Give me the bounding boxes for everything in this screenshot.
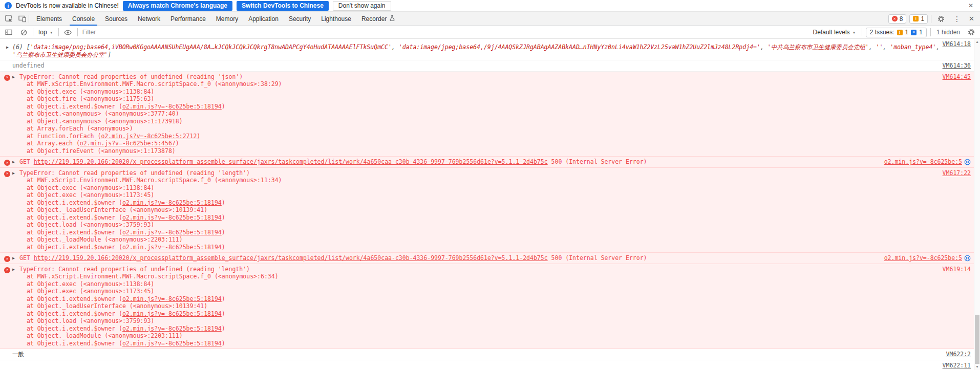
console-message-text: 一般 xyxy=(12,351,24,358)
source-location-link[interactable]: VM622:11 xyxy=(943,362,971,369)
tab-security[interactable]: Security xyxy=(284,12,316,26)
console-text: , xyxy=(760,43,768,51)
request-url-link[interactable]: http://219.159.20.166:20020/x_processpla… xyxy=(34,158,548,165)
stack-source-link[interactable]: o2.min.js?v=-8c625be:5:4567 xyxy=(80,140,176,147)
expand-triangle-icon[interactable]: ▶ xyxy=(12,255,15,263)
request-url-link[interactable]: http://219.159.20.166:20020/x_processpla… xyxy=(34,254,548,262)
tab-memory[interactable]: Memory xyxy=(211,12,243,26)
stack-source-link[interactable]: o2.min.js?v=-8c625be:5:18194 xyxy=(122,199,222,206)
stack-frame: at Object.<anonymous> (<anonymous>:1:173… xyxy=(27,118,883,125)
stack-source-link[interactable]: o2.min.js?v=-8c625be:5:18194 xyxy=(122,214,222,221)
scroll-down-icon[interactable]: ▼ xyxy=(974,364,980,370)
source-location: VM614:36 xyxy=(943,62,971,70)
tab-network[interactable]: Network xyxy=(133,12,165,26)
stack-frame: at Object.i.extend.$owner (o2.min.js?v=-… xyxy=(27,229,883,236)
source-location-link[interactable]: VM614:45 xyxy=(943,73,971,81)
inspect-element-icon[interactable] xyxy=(2,13,15,25)
tab-label: Lighthouse xyxy=(321,15,351,23)
console-sidebar-icon[interactable] xyxy=(3,27,14,37)
stack-source-link[interactable]: o2.min.js?v=-8c625be:5:18194 xyxy=(122,103,222,110)
expand-triangle-icon[interactable]: ▶ xyxy=(12,159,15,166)
console-message-text: TypeError: Cannot read properties of und… xyxy=(19,169,250,177)
stack-source-link[interactable]: o2.min.js?v=-8c625be:5:2712 xyxy=(101,133,197,140)
request-initiator-icon[interactable] xyxy=(964,159,971,165)
tab-lighthouse[interactable]: Lighthouse xyxy=(316,12,356,26)
overflow-menu-icon[interactable]: ⋮ xyxy=(951,15,963,23)
console-text: at Array.each ( xyxy=(27,140,80,147)
console-text: at Object.i.extend.$owner ( xyxy=(27,229,122,236)
switch-devtools-chinese-button[interactable]: Switch DevTools to Chinese xyxy=(237,1,329,11)
tab-label: Memory xyxy=(216,15,238,23)
tab-label: Sources xyxy=(105,15,127,23)
live-expression-eye-icon[interactable] xyxy=(62,27,74,37)
infobar-close-icon[interactable]: ✕ xyxy=(966,2,975,9)
source-location-link[interactable]: o2.min.js?v=-8c625be:5 xyxy=(884,158,962,166)
console-text: ) xyxy=(222,199,225,206)
stack-source-link[interactable]: o2.min.js?v=-8c625be:5:18194 xyxy=(122,340,222,347)
scroll-up-icon[interactable]: ▲ xyxy=(974,39,980,45)
device-toolbar-icon[interactable] xyxy=(15,13,29,25)
console-text: ] xyxy=(108,51,111,58)
warning-square-icon: ! xyxy=(913,16,919,21)
console-text: at Object.exec (<anonymous>:1138:84) xyxy=(27,184,154,191)
filter-input[interactable] xyxy=(81,28,807,36)
console-text: , xyxy=(392,43,399,51)
expand-triangle-icon[interactable]: ▶ xyxy=(12,266,15,274)
source-location-link[interactable]: VM614:36 xyxy=(943,62,971,70)
source-location-link[interactable]: o2.min.js?v=-8c625be:5 xyxy=(884,254,962,262)
stack-source-link[interactable]: o2.min.js?v=-8c625be:5:18194 xyxy=(122,244,222,251)
devtools-close-icon[interactable]: ✕ xyxy=(966,15,977,23)
error-message-text: TypeError: Cannot read properties of und… xyxy=(19,266,250,273)
warning-count-badge[interactable]: ! 1 xyxy=(909,14,928,24)
stack-source-link[interactable]: o2.min.js?v=-8c625be:5:18194 xyxy=(122,295,222,302)
source-location: VM622:11 xyxy=(943,362,971,369)
stack-frame: at MWF.xScript.Environment.MWF.Macro.scr… xyxy=(27,177,883,184)
info-issue-count: 1 xyxy=(919,29,923,36)
source-location-link[interactable]: VM619:14 xyxy=(943,266,971,273)
source-location-link[interactable]: VM614:18 xyxy=(943,40,971,48)
tab-performance[interactable]: Performance xyxy=(165,12,211,26)
scrollbar-thumb[interactable] xyxy=(975,315,979,364)
stack-frame: at Object.i.extend.$owner (o2.min.js?v=-… xyxy=(27,340,883,347)
stack-frame: at Object.exec (<anonymous>:1173:45) xyxy=(27,288,883,295)
stack-frame: at Object.i.extend.$owner (o2.min.js?v=-… xyxy=(27,295,883,303)
tab-elements[interactable]: Elements xyxy=(31,12,67,26)
stack-frame: at Object.i.extend.$owner (o2.min.js?v=-… xyxy=(27,325,883,333)
match-chrome-language-button[interactable]: Always match Chrome's language xyxy=(123,1,232,11)
console-text: 'moban_type4' xyxy=(890,43,936,51)
divider xyxy=(77,28,78,36)
source-location: VM622:2 xyxy=(946,351,971,358)
source-location-link[interactable]: VM622:2 xyxy=(946,351,971,358)
expand-triangle-icon[interactable]: ▶ xyxy=(12,74,15,81)
stack-source-link[interactable]: o2.min.js?v=-8c625be:5:18194 xyxy=(122,310,222,317)
tab-label: Application xyxy=(248,15,279,23)
console-settings-gear-icon[interactable] xyxy=(966,27,977,37)
console-text: at Object._loadModule (<anonymous>:2203:… xyxy=(27,332,183,339)
console-text: at Object.<anonymous> (<anonymous>:3777:… xyxy=(27,110,179,117)
expand-triangle-icon[interactable]: ▶ xyxy=(12,170,15,178)
tab-recorder[interactable]: Recorder xyxy=(356,12,400,26)
tab-sources[interactable]: Sources xyxy=(100,12,133,26)
console-log-row: 一般VM622:2 xyxy=(0,349,980,360)
devtools-tabbar: ElementsConsoleSourcesNetworkPerformance… xyxy=(0,12,980,26)
settings-gear-icon[interactable] xyxy=(934,13,948,25)
vertical-scrollbar[interactable]: ▲ ▼ xyxy=(974,39,980,370)
clear-console-icon[interactable] xyxy=(18,27,29,37)
issues-counter[interactable]: 2 Issues: ! 1 ≡ 1 xyxy=(866,28,927,37)
stack-source-link[interactable]: o2.min.js?v=-8c625be:5:18194 xyxy=(122,325,222,332)
log-levels-dropdown[interactable]: Default levels ▼ xyxy=(811,29,858,36)
console-text: at Object.load (<anonymous>:3759:93) xyxy=(27,317,154,324)
stack-frame: at Function.forEach (o2.min.js?v=-8c625b… xyxy=(27,133,883,140)
tab-console[interactable]: Console xyxy=(67,12,100,26)
source-location-link[interactable]: VM617:22 xyxy=(943,169,971,177)
expand-triangle-icon[interactable]: ▶ xyxy=(6,44,9,52)
execution-context-selector[interactable]: top ▼ xyxy=(37,29,55,36)
console-text: '' xyxy=(876,43,883,51)
request-initiator-icon[interactable] xyxy=(964,255,971,262)
console-error-row: ✕▶TypeError: Cannot read properties of u… xyxy=(0,72,980,157)
dont-show-again-button[interactable]: Don't show again xyxy=(333,1,391,11)
error-count-badge[interactable]: ✕ 8 xyxy=(888,14,907,24)
console-text: ) xyxy=(222,244,225,251)
tab-application[interactable]: Application xyxy=(243,12,284,26)
stack-source-link[interactable]: o2.min.js?v=-8c625be:5:18194 xyxy=(122,229,222,236)
